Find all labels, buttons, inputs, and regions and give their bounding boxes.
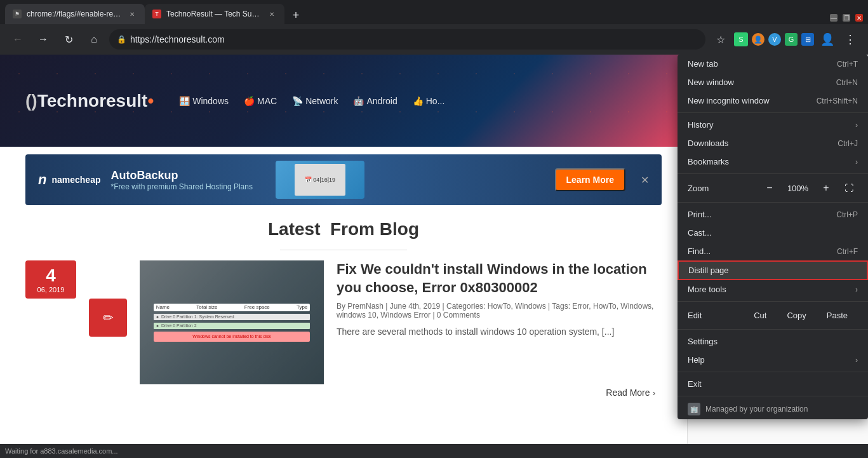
menu-arrow-more-tools-icon: › xyxy=(855,285,858,294)
menu-item-more-tools[interactable]: More tools › xyxy=(678,280,868,299)
ad-close-icon[interactable]: ✕ xyxy=(641,174,649,186)
extension-icon-1[interactable]: S xyxy=(734,32,748,46)
menu-arrow-history-icon: › xyxy=(855,121,858,130)
minimize-button[interactable]: — xyxy=(830,14,838,22)
chrome-menu-button[interactable]: ⋮ xyxy=(840,29,860,50)
menu-label-help: Help xyxy=(688,355,705,365)
ad-logo: n xyxy=(38,172,46,188)
menu-item-bookmarks[interactable]: Bookmarks › xyxy=(678,152,868,171)
zoom-controls: − 100% + ⛶ xyxy=(761,179,858,197)
read-more-link[interactable]: Read More xyxy=(606,387,650,398)
menu-label-new-incognito: New incognito window xyxy=(688,96,770,105)
post-thumbnail: NameTotal sizeFree spaceType ●Drive 0 Pa… xyxy=(140,260,324,384)
extension-icon-3[interactable]: V xyxy=(768,33,781,46)
section-title-from-blog: From Blog xyxy=(330,219,419,239)
copy-button[interactable]: Copy xyxy=(777,308,816,323)
post-day: 4 xyxy=(30,266,71,286)
menu-item-help[interactable]: Help › xyxy=(678,351,868,369)
menu-item-find[interactable]: Find... Ctrl+F xyxy=(678,242,868,260)
tab-close-active[interactable]: ✕ xyxy=(267,9,277,19)
menu-item-new-incognito[interactable]: New incognito window Ctrl+Shift+N xyxy=(678,91,868,110)
menu-item-new-tab[interactable]: New tab Ctrl+T xyxy=(678,55,868,73)
post-title[interactable]: Fix We couldn't install Windows in the l… xyxy=(337,260,662,297)
url-input[interactable] xyxy=(130,34,698,44)
menu-divider-1 xyxy=(678,112,868,113)
tab-inactive[interactable]: ⚑ chrome://flags/#enable-reader-m... ✕ xyxy=(5,4,145,24)
zoom-in-button[interactable]: + xyxy=(817,179,835,197)
post-categories[interactable]: HowTo, Windows xyxy=(488,302,546,311)
menu-label-zoom: Zoom xyxy=(688,184,756,193)
menu-item-distill-page[interactable]: Distill page xyxy=(678,260,868,280)
webpage: ()Technoresult• 🪟 Windows 🍎 MAC 📡 Networ… xyxy=(0,55,687,444)
menu-item-downloads[interactable]: Downloads Ctrl+J xyxy=(678,134,868,152)
extension-icon-5[interactable]: ⊞ xyxy=(801,33,814,46)
nav-windows[interactable]: 🪟 Windows xyxy=(179,96,229,106)
home-button[interactable]: ⌂ xyxy=(84,29,104,50)
back-button[interactable]: ← xyxy=(8,29,28,50)
menu-label-history: History xyxy=(688,120,713,130)
menu-label-settings: Settings xyxy=(688,337,718,346)
ad-text: AutoBackup *Free with premium Shared Hos… xyxy=(111,169,253,191)
menu-label-more-tools: More tools xyxy=(688,285,726,294)
cut-button[interactable]: Cut xyxy=(744,308,777,323)
tab-close-inactive[interactable]: ✕ xyxy=(127,9,137,19)
menu-item-zoom: Zoom − 100% + ⛶ xyxy=(678,177,868,199)
post-author[interactable]: PremNash xyxy=(347,302,384,311)
tab-active[interactable]: T TechnoResult — Tech Support ✕ xyxy=(145,4,284,24)
ad-logo-text: namecheap xyxy=(51,175,100,185)
content-area: ()Technoresult• 🪟 Windows 🍎 MAC 📡 Networ… xyxy=(0,55,868,444)
menu-item-new-window[interactable]: New window Ctrl+N xyxy=(678,73,868,91)
section-divider xyxy=(280,250,407,250)
ad-image: 📅 04|16|19 xyxy=(276,161,364,199)
paste-button[interactable]: Paste xyxy=(817,308,858,323)
toolbar-right: ☆ S 👤 V G ⊞ 👤 ⋮ xyxy=(711,29,860,50)
menu-shortcut-new-incognito: Ctrl+Shift+N xyxy=(817,97,858,105)
menu-divider-3 xyxy=(678,202,868,203)
menu-item-history[interactable]: History › xyxy=(678,116,868,134)
post-meta: By PremNash | June 4th, 2019 | Categorie… xyxy=(337,302,662,320)
menu-label-bookmarks: Bookmarks xyxy=(688,157,729,166)
menu-label-new-window: New window xyxy=(688,77,734,87)
reload-button[interactable]: ↻ xyxy=(58,29,79,50)
maximize-button[interactable]: ❐ xyxy=(843,14,850,22)
section-title: Latest From Blog xyxy=(25,219,662,239)
nav-more[interactable]: 👍 Ho... xyxy=(413,96,445,106)
nav-android[interactable]: 🤖 Android xyxy=(353,96,397,106)
menu-shortcut-print: Ctrl+P xyxy=(836,210,858,219)
nav-network[interactable]: 📡 Network xyxy=(292,96,338,106)
status-bar: Waiting for a883.casalemedia.com... xyxy=(0,444,868,458)
post-comments[interactable]: 0 Comments xyxy=(437,311,480,320)
post-excerpt: There are several methods to install win… xyxy=(337,325,662,339)
ad-learn-more-button[interactable]: Learn More xyxy=(555,168,625,191)
address-bar[interactable]: 🔒 xyxy=(109,29,705,50)
logo-dot: • xyxy=(147,91,154,111)
menu-item-print[interactable]: Print... Ctrl+P xyxy=(678,205,868,224)
ad-banner: n namecheap AutoBackup *Free with premiu… xyxy=(25,154,662,205)
menu-item-cast[interactable]: Cast... xyxy=(678,224,868,242)
new-tab-button[interactable]: + xyxy=(287,6,305,24)
fullscreen-button[interactable]: ⛶ xyxy=(840,179,858,197)
managed-by-item[interactable]: 🏢 Managed by your organization xyxy=(678,399,868,419)
site-logo: ()Technoresult• xyxy=(25,91,154,111)
nav-mac[interactable]: 🍎 MAC xyxy=(244,96,277,106)
site-nav: 🪟 Windows 🍎 MAC 📡 Network 🤖 Android 👍 Ho… xyxy=(179,96,444,106)
extension-icon-4[interactable]: G xyxy=(785,33,798,46)
bookmark-star-icon[interactable]: ☆ xyxy=(711,29,731,50)
tab-favicon-technoresult: T xyxy=(152,10,161,18)
zoom-out-button[interactable]: − xyxy=(761,179,778,197)
tab-bar: ⚑ chrome://flags/#enable-reader-m... ✕ T… xyxy=(0,0,868,24)
post-date: 4 06, 2019 xyxy=(25,260,76,299)
close-window-button[interactable]: ✕ xyxy=(855,14,863,22)
extension-icon-2[interactable]: 👤 xyxy=(752,33,765,46)
post-thumbnail-image: NameTotal sizeFree spaceType ●Drive 0 Pa… xyxy=(140,260,324,384)
ad-subtitle: *Free with premium Shared Hosting Plans xyxy=(111,182,253,191)
managed-by-icon: 🏢 xyxy=(688,403,700,415)
tab-favicon-chrome: ⚑ xyxy=(13,10,22,18)
menu-item-edit: Edit Cut Copy Paste xyxy=(678,304,868,327)
forward-button[interactable]: → xyxy=(33,29,53,50)
profile-icon[interactable]: 👤 xyxy=(817,29,838,50)
menu-item-exit[interactable]: Exit xyxy=(678,375,868,393)
menu-item-settings[interactable]: Settings xyxy=(678,332,868,351)
menu-divider-7 xyxy=(678,396,868,396)
menu-label-distill-page: Distill page xyxy=(688,266,729,275)
